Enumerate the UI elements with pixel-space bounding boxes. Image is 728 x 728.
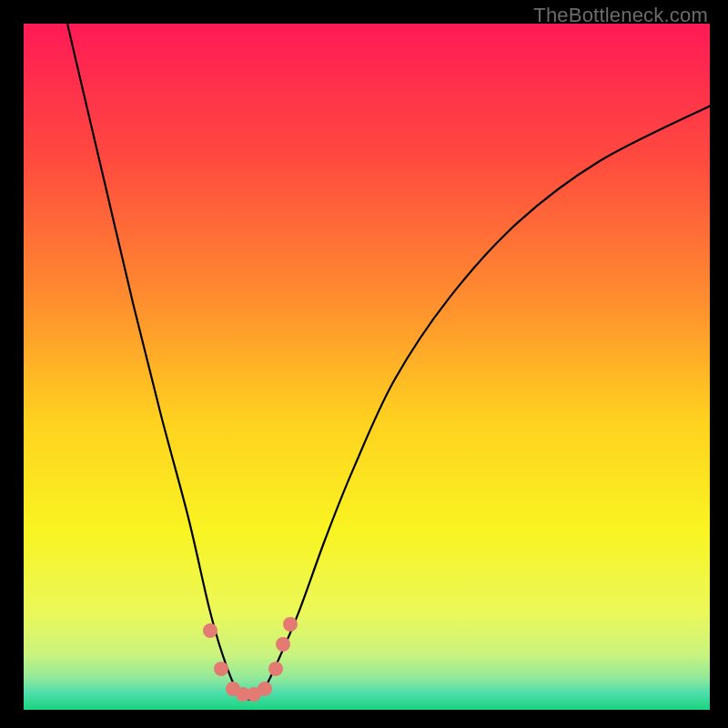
curve-marker bbox=[283, 617, 298, 632]
curve-marker bbox=[214, 662, 228, 676]
curve-marker bbox=[268, 662, 283, 676]
svg-rect-0 bbox=[24, 24, 710, 710]
watermark-text: TheBottleneck.com bbox=[533, 4, 708, 27]
gradient-background bbox=[24, 24, 710, 710]
plot-area bbox=[24, 24, 710, 710]
